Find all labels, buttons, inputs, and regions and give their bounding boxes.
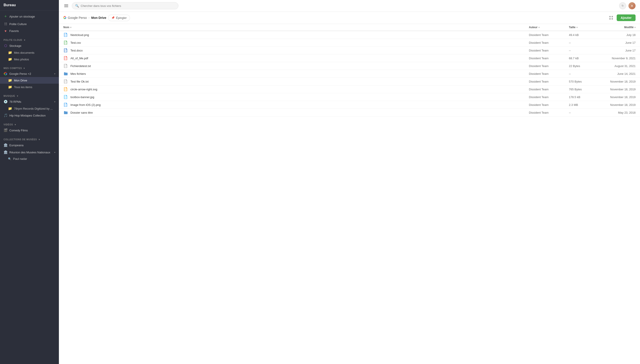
date-cell: November 18, 2019 xyxy=(595,80,635,83)
table-row[interactable]: toolbox-banner.jpg Dissident Team 178.5 … xyxy=(59,93,640,101)
sidebar-mon-drive[interactable]: 📁 Mon Drive xyxy=(0,77,59,84)
sidebar-add-storage[interactable]: + Ajouter un stockage xyxy=(0,13,59,20)
svg-rect-0 xyxy=(609,16,611,17)
breadcrumb-mon-drive[interactable]: Mon Drive xyxy=(91,16,106,20)
file-name-cell: Test.docx xyxy=(63,48,529,52)
table-rows-container: Nextcloud.png Dissident Team 49.4 kB Jul… xyxy=(59,31,640,116)
sidebar-tous-les-items[interactable]: 📁 Tous les items xyxy=(0,84,59,90)
header-modifie[interactable]: Modifié ▾ xyxy=(595,26,635,29)
date-cell: November 18, 2019 xyxy=(595,103,635,106)
svg-rect-3 xyxy=(611,18,613,20)
sidebar-polite-culture[interactable]: ☷ Polite Culture xyxy=(0,20,59,28)
sidebar-favoris[interactable]: ♥ Favoris xyxy=(0,28,59,34)
google-icon xyxy=(4,72,8,76)
table-row[interactable]: All_of_Me.pdf Dissident Team 68.7 kB Nov… xyxy=(59,54,640,62)
size-cell: 2.3 MB xyxy=(569,103,595,106)
size-cell: -- xyxy=(569,49,595,52)
search-bar: 🔍 xyxy=(72,2,178,9)
table-row[interactable]: Nextcloud.png Dissident Team 49.4 kB Jul… xyxy=(59,31,640,39)
breadcrumb-google-perso[interactable]: Google Perso xyxy=(63,16,87,20)
sidebar-comedy-films[interactable]: 🎬 Comedy Films xyxy=(0,127,59,134)
sort-icon: ▾ xyxy=(538,26,540,29)
table-row[interactable]: Mes fichiers Dissident Team -- June 14, … xyxy=(59,70,640,78)
table-row[interactable]: Dossier sans titre Dissident Team -- May… xyxy=(59,109,640,116)
main-content: 🔍 ↻ A Google Perso › xyxy=(59,0,640,364)
sidebar-hiphop[interactable]: 🎵 Hip Hop Mixtapes Collection xyxy=(0,112,59,119)
topbar-right: ↻ A xyxy=(619,2,635,9)
table-row[interactable]: circle-arrow-right.svg Dissident Team 76… xyxy=(59,86,640,93)
app-title: Bureau xyxy=(0,0,59,10)
file-name: Dossier sans titre xyxy=(70,111,93,114)
pin-button[interactable]: 📌 Épingler xyxy=(108,15,130,21)
grid-icon xyxy=(609,16,613,20)
sidebar-stockage[interactable]: ⬡ Stockage xyxy=(0,42,59,49)
sort-icon: ▾ xyxy=(634,26,635,29)
sort-icon: ▾ xyxy=(576,26,578,29)
file-name-cell: Fichierdetest.txt xyxy=(63,64,529,68)
date-cell: November 9, 2021 xyxy=(595,56,635,60)
table-row[interactable]: Fichierdetest.txt Dissident Team 22 Byte… xyxy=(59,62,640,70)
collections-section: COLLECTIONS DE MUSÉES ▾ 🏛️ Europeana 🏛️ … xyxy=(0,135,59,163)
file-name: toolbox-banner.jpg xyxy=(70,96,94,99)
header-nom[interactable]: Nom ▾ xyxy=(63,26,529,29)
file-type-icon xyxy=(63,103,68,107)
videos-title: VIDÉOS ▾ xyxy=(0,122,59,127)
table-row[interactable]: Test.docx Dissident Team -- June 17 xyxy=(59,46,640,54)
author-cell: Dissident Team xyxy=(529,64,569,68)
file-type-icon xyxy=(63,56,68,60)
file-type-icon xyxy=(63,33,68,37)
sidebar-paul-nadar[interactable]: 🔍 Paul nadar xyxy=(0,156,59,162)
size-cell: 68.7 kB xyxy=(569,56,595,60)
stockage-icon: ⬡ xyxy=(4,44,8,48)
date-cell: June 14, 2021 xyxy=(595,72,635,76)
search-small-icon: 🔍 xyxy=(8,157,11,160)
sidebar-europeana[interactable]: 🏛️ Europeana xyxy=(0,142,59,149)
size-cell: 22 Bytes xyxy=(569,64,595,68)
musique-title: MUSIQUE ▾ xyxy=(0,94,59,98)
sort-icon: ▾ xyxy=(70,26,71,29)
date-cell: July 18 xyxy=(595,33,635,36)
hamburger-button[interactable] xyxy=(63,4,69,8)
file-name: Test.csv xyxy=(70,41,81,44)
date-cell: June 17 xyxy=(595,41,635,44)
date-cell: November 18, 2019 xyxy=(595,96,635,99)
date-cell: May 23, 2018 xyxy=(595,111,635,114)
header-auteur[interactable]: Auteur ▾ xyxy=(529,26,569,29)
file-type-icon xyxy=(63,72,68,76)
file-name-cell: toolbox-banner.jpg xyxy=(63,95,529,99)
folder-icon: 📁 xyxy=(8,57,12,61)
topbar: 🔍 ↻ A xyxy=(59,0,640,12)
file-table: Nom ▾ Auteur ▾ Taille ▾ Modifié ▾ xyxy=(59,24,640,364)
sidebar-78rpms[interactable]: 💿 78 RPMs ▾ xyxy=(0,98,59,105)
sidebar-mes-documents[interactable]: 📁 Mes documents xyxy=(0,49,59,56)
sidebar-78rpm-sub[interactable]: 📁 78rpm Records Digitized by ... xyxy=(0,105,59,112)
breadcrumb-bar: Google Perso › Mon Drive 📌 Épingler Ajou… xyxy=(59,12,640,24)
size-cell: -- xyxy=(569,41,595,44)
folder-icon: 📁 xyxy=(8,50,12,54)
table-row[interactable]: Image from iOS (2).png Dissident Team 2.… xyxy=(59,101,640,109)
heart-icon: ♥ xyxy=(4,29,8,33)
sidebar-google-perso[interactable]: Google Perso +2 ▾ xyxy=(0,70,59,77)
author-cell: Dissident Team xyxy=(529,103,569,106)
file-name-cell: Nextcloud.png xyxy=(63,33,529,37)
videos-section: VIDÉOS ▾ 🎬 Comedy Films xyxy=(0,120,59,135)
file-name-cell: Test file Ok.txt xyxy=(63,80,529,84)
file-name-cell: All_of_Me.pdf xyxy=(63,56,529,60)
table-row[interactable]: Test.csv Dissident Team -- June 17 xyxy=(59,39,640,46)
file-name: Test file Ok.txt xyxy=(70,80,89,83)
polite-cloud-section: POLITE CLOUD ▾ ⬡ Stockage 📁 Mes document… xyxy=(0,35,59,64)
add-button[interactable]: Ajouter xyxy=(617,14,635,21)
polite-cloud-title: POLITE CLOUD ▾ xyxy=(0,38,59,42)
header-taille[interactable]: Taille ▾ xyxy=(569,26,595,29)
table-row[interactable]: Test file Ok.txt Dissident Team 570 Byte… xyxy=(59,78,640,86)
museum2-icon: 🏛️ xyxy=(4,150,8,154)
file-name-cell: Image from iOS (2).png xyxy=(63,103,529,107)
avatar[interactable]: A xyxy=(628,2,635,9)
sidebar-reunion-musees[interactable]: 🏛️ Réunion des Musées Nationaux ▾ xyxy=(0,149,59,156)
grid-view-button[interactable] xyxy=(608,14,614,21)
refresh-button[interactable]: ↻ xyxy=(619,2,626,9)
file-type-icon xyxy=(63,95,68,99)
sidebar-mes-photos[interactable]: 📁 Mes photos xyxy=(0,56,59,62)
search-input[interactable] xyxy=(81,4,175,8)
music-icon: 🎵 xyxy=(4,114,8,118)
